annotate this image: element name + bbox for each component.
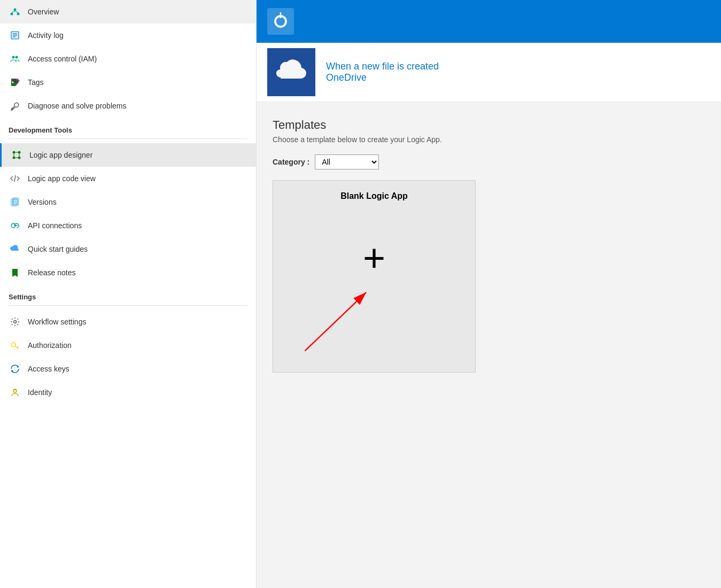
category-label: Category : [273,158,309,166]
devtools-section-header: Development Tools [0,118,256,136]
svg-rect-26 [12,198,19,205]
templates-section: Templates Choose a template below to cre… [257,102,721,383]
svg-point-15 [12,108,13,109]
svg-line-39 [305,292,366,351]
sidebar-item-workflow-settings-label: Workflow settings [28,318,245,326]
sidebar-item-diagnose[interactable]: Diagnose and solve problems [0,94,256,118]
sidebar-item-authorization-label: Authorization [28,341,245,350]
settings-section-header: Settings [0,284,256,303]
sidebar-item-release-notes-label: Release notes [28,268,245,277]
sidebar-item-tags[interactable]: Tags [0,71,256,94]
plus-icon: + [363,238,385,277]
sidebar-scroll[interactable]: Overview Activity log [0,0,256,588]
key-icon [9,339,21,352]
sidebar-item-logic-app-designer-label: Logic app designer [29,151,245,159]
sidebar-item-access-control-label: Access control (IAM) [28,55,245,63]
blank-logic-app-card[interactable]: Blank Logic App + [273,180,476,373]
sidebar-item-access-keys-label: Access keys [28,365,245,373]
sidebar-item-activity-log[interactable]: Activity log [0,24,256,47]
sidebar-item-identity[interactable]: Identity [0,381,256,404]
sidebar-item-tags-label: Tags [28,78,245,87]
svg-point-31 [14,321,17,323]
svg-point-32 [11,343,15,347]
onedrive-text: When a new file is created OneDrive [326,61,439,83]
sidebar-item-overview-label: Overview [28,7,245,16]
bookmark-icon [9,266,21,279]
svg-line-34 [17,346,18,347]
onedrive-icon-box [267,48,315,96]
sidebar-item-api-connections[interactable]: API connections [0,214,256,237]
svg-point-18 [13,157,15,159]
svg-point-2 [17,13,20,16]
log-icon [9,29,21,42]
identity-icon [9,386,21,399]
blue-header-bar [257,0,721,43]
onedrive-row: When a new file is created OneDrive [257,43,721,102]
onedrive-line1: When a new file is created [326,61,439,72]
svg-point-1 [11,13,13,16]
people-icon [9,52,21,65]
svg-point-10 [12,56,15,59]
versions-icon [9,196,21,208]
sidebar-item-quick-start-guides[interactable]: Quick start guides [0,237,256,261]
api-icon [9,219,21,232]
category-select[interactable]: All [315,154,379,169]
svg-point-14 [12,82,14,83]
main-content: When a new file is created OneDrive Temp… [257,0,721,588]
sidebar-item-api-connections-label: API connections [28,221,245,230]
templates-subtitle: Choose a template below to create your L… [273,135,705,144]
svg-point-19 [18,157,21,159]
onedrive-line2: OneDrive [326,72,439,83]
svg-marker-13 [13,79,20,83]
designer-icon [10,149,23,161]
sidebar-item-logic-app-designer[interactable]: Logic app designer [0,143,256,167]
sidebar: Overview Activity log [0,0,257,588]
sidebar-item-authorization[interactable]: Authorization [0,334,256,357]
svg-point-11 [15,56,18,59]
cloud-icon [9,243,21,256]
sidebar-item-quick-start-guides-label: Quick start guides [28,245,245,253]
svg-point-36 [14,389,16,391]
blank-logic-app-title: Blank Logic App [340,191,408,201]
svg-point-0 [14,9,17,11]
network-icon [9,5,21,18]
gear-icon [9,315,21,328]
wrench-icon [9,99,21,112]
sidebar-item-access-control[interactable]: Access control (IAM) [0,47,256,71]
svg-line-4 [15,11,18,13]
devtools-divider [9,138,247,139]
templates-grid: Blank Logic App + [273,180,705,373]
sidebar-item-logic-app-code-view-label: Logic app code view [28,174,245,183]
svg-point-17 [18,151,21,154]
sidebar-item-workflow-settings[interactable]: Workflow settings [0,310,256,334]
category-row: Category : All [273,154,705,169]
sidebar-item-activity-log-label: Activity log [28,31,245,40]
sidebar-item-versions-label: Versions [28,198,245,206]
svg-line-3 [12,11,15,13]
svg-rect-37 [280,16,282,18]
sidebar-item-overview[interactable]: Overview [0,0,256,24]
sidebar-item-logic-app-code-view[interactable]: Logic app code view [0,167,256,190]
settings-divider [9,305,247,306]
sidebar-item-diagnose-label: Diagnose and solve problems [28,102,245,110]
header-icon [267,8,294,35]
svg-line-24 [14,175,15,182]
sidebar-item-identity-label: Identity [28,388,245,397]
templates-title: Templates [273,118,705,132]
sidebar-item-versions[interactable]: Versions [0,190,256,214]
sidebar-item-release-notes[interactable]: Release notes [0,261,256,284]
tags-icon [9,76,21,89]
svg-point-16 [13,151,15,154]
code-icon [9,172,21,185]
sidebar-item-access-keys[interactable]: Access keys [0,357,256,381]
refresh-key-icon [9,362,21,375]
